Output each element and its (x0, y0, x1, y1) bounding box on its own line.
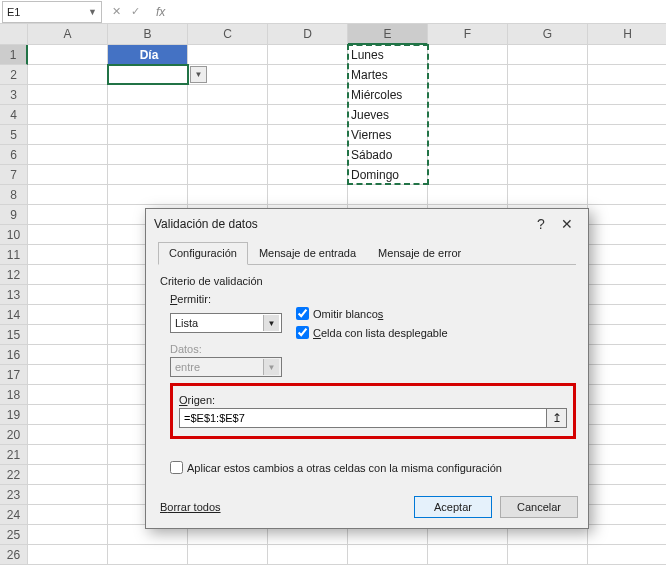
cell-B2[interactable] (108, 65, 188, 85)
tab-input-message[interactable]: Mensaje de entrada (248, 242, 367, 265)
cell-C7[interactable] (188, 165, 268, 185)
cell-C4[interactable] (188, 105, 268, 125)
cell-F6[interactable] (428, 145, 508, 165)
row-22[interactable]: 22 (0, 465, 28, 485)
cell-H2[interactable] (588, 65, 666, 85)
cell-C6[interactable] (188, 145, 268, 165)
row-23[interactable]: 23 (0, 485, 28, 505)
ok-button[interactable]: Aceptar (414, 496, 492, 518)
row-16[interactable]: 16 (0, 345, 28, 365)
cell-A7[interactable] (28, 165, 108, 185)
row-12[interactable]: 12 (0, 265, 28, 285)
cell-dropdown-check[interactable]: Celda con lista desplegable (296, 326, 448, 339)
cell-F7[interactable] (428, 165, 508, 185)
col-A[interactable]: A (28, 24, 108, 45)
row-3[interactable]: 3 (0, 85, 28, 105)
row-21[interactable]: 21 (0, 445, 28, 465)
check-icon[interactable]: ✓ (131, 5, 140, 18)
cell-D6[interactable] (268, 145, 348, 165)
row-5[interactable]: 5 (0, 125, 28, 145)
omit-blanks-checkbox[interactable] (296, 307, 309, 320)
apply-same-cells-check[interactable]: Aplicar estos cambios a otras celdas con… (170, 461, 576, 474)
cell-F2[interactable] (428, 65, 508, 85)
col-F[interactable]: F (428, 24, 508, 45)
help-button[interactable]: ? (528, 216, 554, 232)
cell-G2[interactable] (508, 65, 588, 85)
row-10[interactable]: 10 (0, 225, 28, 245)
cell-F4[interactable] (428, 105, 508, 125)
cell-H7[interactable] (588, 165, 666, 185)
cell-G5[interactable] (508, 125, 588, 145)
cell-E2[interactable]: Martes (348, 65, 428, 85)
row-6[interactable]: 6 (0, 145, 28, 165)
cell-E3[interactable]: Miércoles (348, 85, 428, 105)
cancel-icon[interactable]: ✕ (112, 5, 121, 18)
row-17[interactable]: 17 (0, 365, 28, 385)
cell-A5[interactable] (28, 125, 108, 145)
row-7[interactable]: 7 (0, 165, 28, 185)
cell-dropdown-checkbox[interactable] (296, 326, 309, 339)
row-14[interactable]: 14 (0, 305, 28, 325)
row-15[interactable]: 15 (0, 325, 28, 345)
cell-B1[interactable]: Día (108, 45, 188, 65)
cell-A1[interactable] (28, 45, 108, 65)
cell-A2[interactable] (28, 65, 108, 85)
cell-E7[interactable]: Domingo (348, 165, 428, 185)
cell-E4[interactable]: Jueves (348, 105, 428, 125)
select-all-corner[interactable] (0, 24, 28, 45)
dialog-titlebar[interactable]: Validación de datos ? ✕ (146, 209, 588, 239)
row-1[interactable]: 1 (0, 45, 28, 65)
cell-C5[interactable] (188, 125, 268, 145)
col-B[interactable]: B (108, 24, 188, 45)
cell-G7[interactable] (508, 165, 588, 185)
name-box[interactable]: E1 ▼ (2, 1, 102, 23)
cancel-button[interactable]: Cancelar (500, 496, 578, 518)
col-E[interactable]: E (348, 24, 428, 45)
col-C[interactable]: C (188, 24, 268, 45)
row-24[interactable]: 24 (0, 505, 28, 525)
cell-G4[interactable] (508, 105, 588, 125)
cell-H1[interactable] (588, 45, 666, 65)
cell-H3[interactable] (588, 85, 666, 105)
cell-G1[interactable] (508, 45, 588, 65)
cell-B6[interactable] (108, 145, 188, 165)
allow-combo[interactable]: Lista ▼ (170, 313, 282, 333)
cell-H6[interactable] (588, 145, 666, 165)
col-D[interactable]: D (268, 24, 348, 45)
cell-F1[interactable] (428, 45, 508, 65)
cell-D1[interactable] (268, 45, 348, 65)
cell-D5[interactable] (268, 125, 348, 145)
row-2[interactable]: 2 (0, 65, 28, 85)
col-G[interactable]: G (508, 24, 588, 45)
row-8[interactable]: 8 (0, 185, 28, 205)
close-button[interactable]: ✕ (554, 216, 580, 232)
range-picker-button[interactable]: ↥ (546, 409, 566, 427)
cell-D2[interactable] (268, 65, 348, 85)
cell-A6[interactable] (28, 145, 108, 165)
cell-B7[interactable] (108, 165, 188, 185)
clear-all-button[interactable]: Borrar todos (156, 496, 225, 518)
row-20[interactable]: 20 (0, 425, 28, 445)
cell-D7[interactable] (268, 165, 348, 185)
chevron-down-icon[interactable]: ▼ (88, 7, 97, 17)
cell-H4[interactable] (588, 105, 666, 125)
cell-C1[interactable] (188, 45, 268, 65)
col-H[interactable]: H (588, 24, 666, 45)
origin-input[interactable] (180, 409, 546, 427)
cell-F3[interactable] (428, 85, 508, 105)
fx-icon[interactable]: fx (150, 5, 171, 19)
row-9[interactable]: 9 (0, 205, 28, 225)
tab-configuration[interactable]: Configuración (158, 242, 248, 265)
tab-error-message[interactable]: Mensaje de error (367, 242, 472, 265)
cell-B4[interactable] (108, 105, 188, 125)
row-19[interactable]: 19 (0, 405, 28, 425)
omit-blanks-check[interactable]: Omitir blancos (296, 307, 448, 320)
cell-E1[interactable]: Lunes (348, 45, 428, 65)
cell-D4[interactable] (268, 105, 348, 125)
cell-F5[interactable] (428, 125, 508, 145)
cell-B3[interactable] (108, 85, 188, 105)
cell-D3[interactable] (268, 85, 348, 105)
cell-C3[interactable] (188, 85, 268, 105)
cell-E5[interactable]: Viernes (348, 125, 428, 145)
cell-A4[interactable] (28, 105, 108, 125)
